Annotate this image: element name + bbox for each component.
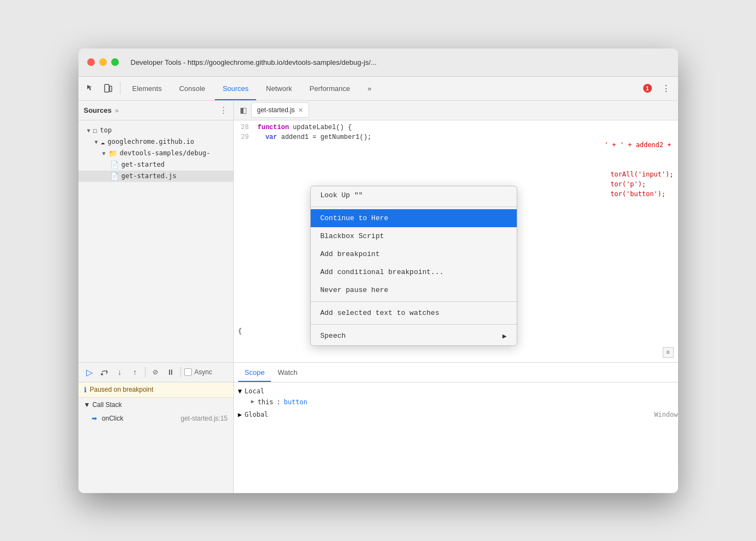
context-menu-separator-3 (311, 324, 517, 325)
tab-more[interactable]: » (360, 76, 379, 100)
paused-banner: ℹ Paused on breakpoint (78, 382, 233, 398)
resume-button[interactable]: ▷ (83, 366, 96, 379)
call-stack-arrow-icon: ➡ (92, 415, 97, 422)
right-panel: ◧ get-started.js ✕ 28 function updateLab… (234, 101, 678, 362)
scope-global-label: Global (245, 411, 268, 418)
device-toolbar-button[interactable] (100, 81, 116, 96)
code-brace: { (238, 327, 242, 335)
window-title: Developer Tools - https://googlechrome.g… (131, 58, 377, 66)
inspect-element-button[interactable] (83, 81, 98, 96)
tree-arrow-domain-icon: ▼ (95, 139, 98, 145)
debug-controls: ▷ ↓ ↑ ⊘ ⏸ (78, 363, 234, 493)
this-prop-value: button (284, 398, 307, 406)
sources-header: Sources » ⋮ (78, 101, 233, 120)
context-menu-add-to-watches[interactable]: Add selected text to watches (311, 304, 517, 322)
scope-tabs: Scope Watch (234, 363, 678, 382)
tree-item-top[interactable]: ▼ ☐ top (78, 125, 233, 136)
window-value: Window (654, 411, 678, 418)
call-stack-fn-name: onClick (102, 415, 123, 422)
tree-item-domain[interactable]: ▼ ☁ googlechrome.github.io (78, 136, 233, 148)
maximize-button[interactable] (111, 58, 119, 66)
toggle-sidebar-button[interactable]: ◧ (236, 102, 251, 118)
context-menu-conditional-breakpoint[interactable]: Add conditional breakpoint... (311, 263, 517, 281)
devtools-window: Developer Tools - https://googlechrome.g… (78, 48, 678, 493)
tree-item-folder[interactable]: ▼ 📁 devtools-samples/debug- (78, 148, 233, 159)
left-panel: Sources » ⋮ ▼ ☐ top ▼ ☁ googlechrom (78, 101, 234, 362)
close-button[interactable] (87, 58, 95, 66)
file-tree: ▼ ☐ top ▼ ☁ googlechrome.github.io ▼ 📁 (78, 120, 233, 362)
editor-tab-js[interactable]: get-started.js ✕ (251, 102, 309, 118)
context-menu-speech[interactable]: Speech ▶ (311, 327, 517, 345)
code-line-28: 28 function updateLabel() { (234, 123, 678, 132)
code-right-snippet2: torAll('input'); tor('p'); tor('button')… (610, 169, 674, 199)
info-icon: ℹ (84, 386, 87, 394)
devtools-body: Sources » ⋮ ▼ ☐ top ▼ ☁ googlechrom (78, 101, 678, 493)
tab-scope[interactable]: Scope (238, 362, 271, 382)
sources-more-button[interactable]: » (115, 106, 119, 114)
tree-item-js[interactable]: 📄 get-started.js (78, 171, 233, 182)
svg-rect-1 (110, 86, 112, 92)
devtools-main: Sources » ⋮ ▼ ☐ top ▼ ☁ googlechrom (78, 101, 678, 362)
step-out-button[interactable]: ↑ (129, 366, 142, 379)
scope-local-group[interactable]: ▼ Local (234, 386, 678, 397)
scope-this-property[interactable]: ▶ this : button (234, 397, 678, 408)
js-file-icon: 📄 (110, 172, 119, 180)
error-count-circle: 1 (643, 84, 652, 93)
context-menu-add-breakpoint[interactable]: Add breakpoint (311, 245, 517, 263)
svg-point-2 (101, 373, 103, 375)
code-right-snippet: ' + ' + addend2 + (604, 140, 672, 150)
sources-panel-title: Sources (84, 106, 112, 114)
titlebar: Developer Tools - https://googlechrome.g… (78, 48, 678, 77)
traffic-lights (87, 58, 119, 66)
scope-local-label: Local (245, 387, 264, 395)
context-menu-never-pause[interactable]: Never pause here (311, 281, 517, 299)
debug-toolbar: ▷ ↓ ↑ ⊘ ⏸ (78, 363, 233, 382)
context-menu-blackbox[interactable]: Blackbox Script (311, 227, 517, 245)
this-prop-name: this (258, 398, 274, 406)
paused-message: Paused on breakpoint (90, 386, 154, 393)
sources-kebab-button[interactable]: ⋮ (219, 105, 228, 116)
tab-close-button[interactable]: ✕ (298, 107, 303, 114)
step-over-button[interactable] (98, 366, 111, 379)
editor-tabs: ◧ get-started.js ✕ (234, 101, 678, 120)
error-badge: 1 (643, 84, 652, 93)
tree-item-html[interactable]: 📄 get-started (78, 159, 233, 171)
tree-arrow-icon: ▼ (87, 127, 90, 133)
tab-console[interactable]: Console (172, 76, 213, 100)
tree-arrow-folder-icon: ▼ (102, 150, 106, 156)
bottom-area: ▷ ↓ ↑ ⊘ ⏸ (78, 362, 678, 493)
svg-rect-0 (105, 84, 109, 92)
async-toggle[interactable]: Async (184, 368, 213, 376)
debug-divider (145, 367, 146, 378)
tab-sources[interactable]: Sources (215, 76, 256, 100)
context-menu: Look Up "" Continue to Here Blackbox Scr… (310, 186, 517, 346)
scope-content: ▼ Local ▶ this : button ▶ Global (234, 382, 678, 423)
pause-on-exceptions-button[interactable]: ⏸ (164, 366, 177, 379)
code-editor[interactable]: 28 function updateLabel() { 29 var adden… (234, 120, 678, 362)
more-options-button[interactable]: ⋮ (658, 81, 674, 96)
tab-watch[interactable]: Watch (271, 362, 304, 382)
tab-performance[interactable]: Performance (302, 76, 358, 100)
debug-divider2 (180, 367, 181, 378)
toolbar-divider (120, 82, 120, 95)
tab-elements[interactable]: Elements (125, 76, 170, 100)
scope-panel: Scope Watch ▼ Local ▶ this : bu (234, 363, 678, 493)
context-menu-separator-2 (311, 301, 517, 302)
async-checkbox[interactable] (184, 368, 192, 376)
tab-network[interactable]: Network (258, 76, 300, 100)
html-file-icon: 📄 (110, 161, 119, 169)
call-stack-item-onclick[interactable]: ➡ onClick get-started.js:15 (78, 412, 233, 425)
scope-global-row[interactable]: ▶ Global Window (234, 408, 678, 420)
deactivate-breakpoints-button[interactable]: ⊘ (149, 366, 162, 379)
context-menu-continue-here[interactable]: Continue to Here (311, 209, 517, 227)
call-stack-header[interactable]: ▼ Call Stack (78, 398, 233, 412)
devtools-toolbar: Elements Console Sources Network Perform… (78, 77, 678, 101)
call-stack-location: get-started.js:15 (180, 415, 227, 422)
scroll-to-bottom-icon[interactable]: ≡ (663, 347, 674, 358)
context-menu-lookup[interactable]: Look Up "" (311, 186, 517, 204)
minimize-button[interactable] (99, 58, 107, 66)
step-into-button[interactable]: ↓ (113, 366, 126, 379)
context-menu-separator-1 (311, 206, 517, 207)
this-expand-icon: ▶ (251, 398, 255, 406)
